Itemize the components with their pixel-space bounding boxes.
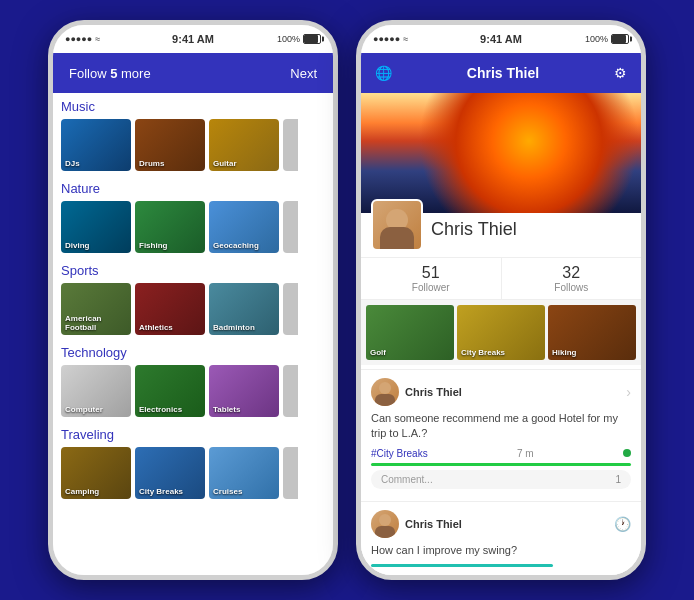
category-item-partial [283,201,298,253]
category-item-guitar[interactable]: Guitar [209,119,279,171]
category-grid-music: DJsDrumsGuitar [61,119,325,171]
battery-fill-1 [304,35,318,43]
category-nature: NatureDivingFishingGeocaching [53,175,333,257]
location-dot-icon [623,449,631,457]
category-item-partial [283,365,298,417]
globe-icon[interactable]: 🌐 [375,65,392,81]
follow-prefix: Follow [69,66,110,81]
post-arrow-1[interactable]: › [626,384,631,400]
avatar-body [380,227,414,249]
comment-input-1[interactable]: Comment... 1 [371,470,631,489]
category-technology: TechnologyComputerElectronicsTablets [53,339,333,421]
follower-count: 51 [361,264,501,282]
category-title-traveling: Traveling [61,427,325,442]
profile-thumb-label: Golf [370,348,386,357]
category-item-label: Drums [139,159,164,168]
category-grid-nature: DivingFishingGeocaching [61,201,325,253]
post-avatar-body-1 [375,394,395,406]
profile-thumb-label: City Breaks [461,348,505,357]
profile-avatar [371,199,423,251]
profile-thumb-golf[interactable]: Golf [366,305,454,360]
battery-percent-1: 100% [277,34,300,44]
category-item-geocaching[interactable]: Geocaching [209,201,279,253]
category-item-label: Diving [65,241,89,250]
signal-icons-1: ●●●●● ≈ [65,34,100,44]
category-traveling: TravelingCampingCity BreaksCruises [53,421,333,503]
category-item-athletics[interactable]: Athletics [135,283,205,335]
status-bar-1: ●●●●● ≈ 9:41 AM 100% [53,25,333,53]
category-item-label: Badminton [213,323,255,332]
post-avatar-head-2 [379,514,391,526]
follower-label: Follower [361,282,501,293]
category-item-djs[interactable]: DJs [61,119,131,171]
dots-signal-2: ●●●●● [373,34,400,44]
cover-sunset-overlay [361,93,641,213]
category-item-label: Camping [65,487,99,496]
category-item-partial [283,447,298,499]
category-item-camping[interactable]: Camping [61,447,131,499]
profile-screen: Chris Thiel 51 Follower 32 Follows GolfC… [361,93,641,575]
post-avatar-body-2 [375,526,395,538]
category-item-diving[interactable]: Diving [61,201,131,253]
time-1: 9:41 AM [172,33,214,45]
battery-percent-2: 100% [585,34,608,44]
profile-thumb-city-breaks[interactable]: City Breaks [457,305,545,360]
category-item-electronics[interactable]: Electronics [135,365,205,417]
phone-follow: ●●●●● ≈ 9:41 AM 100% Follow 5 more Next … [48,20,338,580]
category-grid-traveling: CampingCity BreaksCruises [61,447,325,499]
category-item-cruises[interactable]: Cruises [209,447,279,499]
post-avatar-2 [371,510,399,538]
category-item-computer[interactable]: Computer [61,365,131,417]
post-tag-1[interactable]: #City Breaks [371,448,428,459]
profile-thumb-label: Hiking [552,348,576,357]
category-title-music: Music [61,99,325,114]
post-left-1: Chris Thiel [371,378,462,406]
phone-profile: ●●●●● ≈ 9:41 AM 100% 🌐 Chris Thiel ⚙ [356,20,646,580]
battery-area-2: 100% [585,34,629,44]
category-music: MusicDJsDrumsGuitar [53,93,333,175]
category-sports: SportsAmerican FootballAthleticsBadminto… [53,257,333,339]
battery-fill-2 [612,35,626,43]
time-2: 9:41 AM [480,33,522,45]
status-bar-2: ●●●●● ≈ 9:41 AM 100% [361,25,641,53]
category-item-label: Athletics [139,323,173,332]
next-button[interactable]: Next [290,66,317,81]
category-item-tablets[interactable]: Tablets [209,365,279,417]
profile-images-row: GolfCity BreaksHiking [361,300,641,365]
post-left-2: Chris Thiel [371,510,462,538]
category-item-label: Guitar [213,159,237,168]
battery-icon-2 [611,34,629,44]
category-grid-technology: ComputerElectronicsTablets [61,365,325,417]
battery-icon-1 [303,34,321,44]
profile-stats: 51 Follower 32 Follows [361,257,641,300]
categories-screen: MusicDJsDrumsGuitarNatureDivingFishingGe… [53,93,333,575]
profile-header: 🌐 Chris Thiel ⚙ [361,53,641,93]
category-item-american-football[interactable]: American Football [61,283,131,335]
follower-stat[interactable]: 51 Follower [361,258,501,299]
category-item-label: Computer [65,405,103,414]
post-header-2: Chris Thiel 🕐 [371,510,631,538]
category-item-city-breaks[interactable]: City Breaks [135,447,205,499]
profile-thumb-hiking[interactable]: Hiking [548,305,636,360]
comment-placeholder-1: Comment... [381,474,433,485]
post-arrow-2[interactable]: 🕐 [614,516,631,532]
follows-count: 32 [502,264,642,282]
category-item-fishing[interactable]: Fishing [135,201,205,253]
post-avatar-1 [371,378,399,406]
post-user-name-2: Chris Thiel [405,518,462,530]
category-item-badminton[interactable]: Badminton [209,283,279,335]
profile-name-area: Chris Thiel [431,219,631,240]
category-item-drums[interactable]: Drums [135,119,205,171]
follows-stat[interactable]: 32 Follows [501,258,642,299]
profile-info-section: Chris Thiel [361,213,641,257]
follow-suffix: more [117,66,150,81]
follow-title: Follow 5 more [69,66,151,81]
post-avatar-head-1 [379,382,391,394]
settings-icon[interactable]: ⚙ [614,65,627,81]
post-header-1: Chris Thiel › [371,378,631,406]
teal-bar-2 [371,564,553,567]
category-title-sports: Sports [61,263,325,278]
category-item-partial [283,283,298,335]
category-item-label: DJs [65,159,80,168]
category-item-label: Geocaching [213,241,259,250]
